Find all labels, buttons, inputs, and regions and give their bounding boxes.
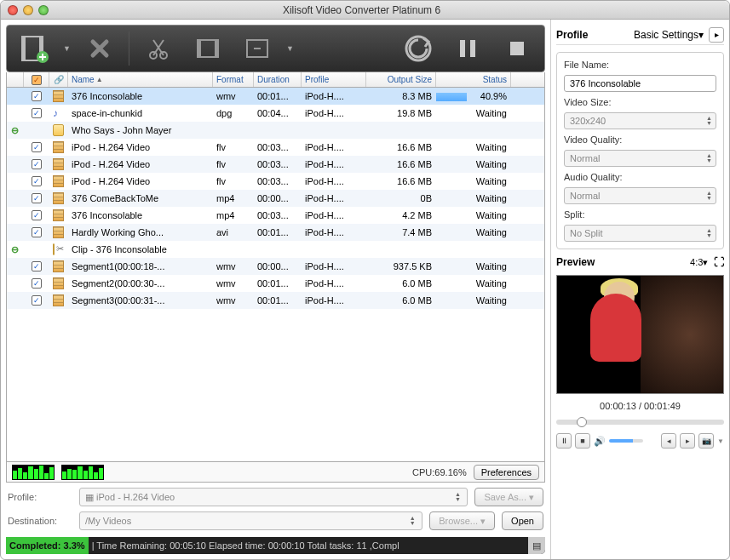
basic-settings-tab[interactable]: Basic Settings▾ bbox=[593, 29, 704, 41]
add-file-button[interactable] bbox=[14, 30, 55, 67]
table-row[interactable]: ⊖Who Says - John Mayer bbox=[7, 122, 544, 139]
profile-select[interactable]: ▦ iPod - H.264 Video ▲▼ bbox=[79, 488, 468, 506]
row-status: Waiting bbox=[436, 159, 511, 169]
video-icon bbox=[53, 90, 64, 102]
convert-button[interactable] bbox=[398, 30, 439, 67]
destination-label: Destination: bbox=[8, 516, 72, 526]
edit-button[interactable] bbox=[187, 30, 228, 67]
row-checkbox[interactable]: ✓ bbox=[32, 210, 42, 220]
svg-rect-11 bbox=[460, 40, 465, 57]
clip-button[interactable] bbox=[138, 30, 179, 67]
table-row[interactable]: ✓376 Inconsolablewmv00:01...iPod-H....8.… bbox=[7, 88, 544, 105]
link-column-icon[interactable]: 🔗 bbox=[49, 72, 68, 87]
stop-button[interactable] bbox=[497, 30, 537, 67]
expand-panel-button[interactable]: ▸ bbox=[709, 27, 724, 43]
status-progress: Completed: 3.3% bbox=[6, 537, 89, 554]
maximize-button[interactable] bbox=[38, 5, 49, 15]
row-format: mp4 bbox=[213, 210, 254, 220]
table-row[interactable]: ⊖✂Clip - 376 Inconsolable bbox=[7, 241, 544, 258]
open-button[interactable]: Open bbox=[502, 511, 543, 530]
browse-button[interactable]: Browse... ▾ bbox=[429, 511, 495, 530]
profile-heading: Profile bbox=[556, 29, 588, 41]
row-checkbox[interactable]: ✓ bbox=[32, 91, 42, 101]
split-select[interactable]: No Split▲▼ bbox=[564, 225, 716, 242]
table-row[interactable]: ✓Segment3(00:00:31-...wmv00:01...iPod-H.… bbox=[7, 292, 544, 309]
row-checkbox[interactable]: ✓ bbox=[32, 295, 42, 306]
video-icon bbox=[53, 260, 64, 272]
row-format: avi bbox=[213, 227, 254, 237]
aspect-ratio[interactable]: 4:3▾ bbox=[690, 257, 708, 268]
scrubber-knob[interactable] bbox=[577, 417, 587, 427]
audioquality-select[interactable]: Normal▲▼ bbox=[564, 187, 716, 204]
row-checkbox[interactable]: ✓ bbox=[32, 159, 42, 169]
folder-icon bbox=[53, 243, 55, 255]
table-row[interactable]: ✓iPod - H.264 Videoflv00:03...iPod-H....… bbox=[7, 173, 544, 190]
remove-button[interactable] bbox=[79, 30, 120, 67]
preview-video[interactable] bbox=[556, 275, 724, 394]
audio-icon: ♪ bbox=[53, 107, 64, 119]
preview-controls: ⏸ ■ 🔊 ◂ ▸ 📷 ▼ bbox=[556, 433, 724, 449]
effects-button[interactable] bbox=[237, 30, 278, 67]
table-row[interactable]: ✓376 ComeBackToMemp400:00...iPod-H....0B… bbox=[7, 190, 544, 207]
play-pause-button[interactable]: ⏸ bbox=[556, 433, 572, 449]
row-status: 40.9% bbox=[436, 91, 511, 101]
dropdown-icon[interactable]: ▼ bbox=[63, 44, 71, 53]
videosize-label: Video Size: bbox=[564, 97, 716, 107]
save-as-button[interactable]: Save As... ▾ bbox=[474, 488, 543, 506]
stepper-icon: ▲▼ bbox=[451, 492, 463, 502]
volume-icon[interactable]: 🔊 bbox=[594, 436, 606, 447]
preview-time: 00:00:13 / 00:01:49 bbox=[556, 397, 724, 414]
minimize-button[interactable] bbox=[23, 5, 33, 15]
snapshot-button[interactable]: 📷 bbox=[698, 433, 714, 449]
table-row[interactable]: ✓♪space-in-chunkiddpg00:04...iPod-H....1… bbox=[7, 105, 544, 122]
prev-frame-button[interactable]: ◂ bbox=[661, 433, 676, 449]
preferences-button[interactable]: Preferences bbox=[474, 465, 539, 480]
next-frame-button[interactable]: ▸ bbox=[680, 433, 695, 449]
preview-scrubber[interactable] bbox=[556, 420, 724, 425]
cpu-bar: CPU:69.16% Preferences bbox=[6, 462, 545, 483]
row-checkbox[interactable]: ✓ bbox=[32, 193, 42, 203]
row-duration: 00:04... bbox=[254, 108, 302, 118]
row-checkbox[interactable]: ✓ bbox=[32, 142, 42, 152]
row-checkbox[interactable]: ✓ bbox=[32, 261, 42, 271]
fullscreen-icon[interactable]: ⛶ bbox=[714, 256, 724, 268]
row-checkbox[interactable]: ✓ bbox=[32, 176, 42, 186]
row-format: mp4 bbox=[213, 193, 254, 203]
row-checkbox[interactable]: ✓ bbox=[32, 227, 42, 237]
table-row[interactable]: ✓Segment1(00:00:18-...wmv00:00...iPod-H.… bbox=[7, 258, 544, 275]
col-output-size[interactable]: Output Size bbox=[366, 72, 436, 87]
status-log-icon[interactable]: ▤ bbox=[528, 537, 545, 554]
filename-input[interactable] bbox=[564, 75, 716, 92]
col-format[interactable]: Format bbox=[213, 72, 254, 87]
destination-field[interactable]: /My Videos ▲▼ bbox=[79, 511, 422, 530]
videosize-select[interactable]: 320x240▲▼ bbox=[564, 112, 716, 129]
sort-asc-icon: ▲ bbox=[96, 76, 103, 83]
dropdown-icon[interactable]: ▼ bbox=[286, 44, 294, 53]
expand-toggle[interactable]: ⊖ bbox=[7, 244, 24, 255]
row-checkbox[interactable]: ✓ bbox=[32, 108, 42, 118]
col-duration[interactable]: Duration bbox=[254, 72, 302, 87]
row-name: Clip - 376 Inconsolable bbox=[68, 244, 213, 254]
table-row[interactable]: ✓Segment2(00:00:30-...wmv00:01...iPod-H.… bbox=[7, 275, 544, 292]
videoquality-select[interactable]: Normal▲▼ bbox=[564, 150, 716, 167]
table-row[interactable]: ✓Hardly Working Gho...avi00:01...iPod-H.… bbox=[7, 224, 544, 241]
pause-button[interactable] bbox=[447, 30, 488, 67]
row-name: 376 ComeBackToMe bbox=[68, 193, 213, 203]
toolbar: ▼ ▼ bbox=[6, 25, 545, 72]
select-all-checkbox[interactable]: ✓ bbox=[32, 75, 42, 85]
col-status[interactable]: Status bbox=[436, 72, 511, 87]
close-button[interactable] bbox=[8, 5, 18, 15]
table-row[interactable]: ✓iPod - H.264 Videoflv00:03...iPod-H....… bbox=[7, 139, 544, 156]
table-row[interactable]: ✓iPod - H.264 Videoflv00:03...iPod-H....… bbox=[7, 156, 544, 173]
row-profile: iPod-H.... bbox=[302, 295, 366, 306]
volume-slider[interactable] bbox=[609, 439, 643, 443]
row-format: flv bbox=[213, 176, 254, 186]
expand-toggle[interactable]: ⊖ bbox=[7, 125, 24, 136]
snapshot-menu-icon[interactable]: ▼ bbox=[717, 437, 724, 445]
stop-preview-button[interactable]: ■ bbox=[575, 433, 590, 449]
row-checkbox[interactable]: ✓ bbox=[32, 278, 42, 289]
video-icon bbox=[53, 141, 64, 153]
col-name[interactable]: Name▲ bbox=[68, 72, 213, 87]
col-profile[interactable]: Profile bbox=[302, 72, 366, 87]
table-row[interactable]: ✓376 Inconsolablemp400:03...iPod-H....4.… bbox=[7, 207, 544, 224]
